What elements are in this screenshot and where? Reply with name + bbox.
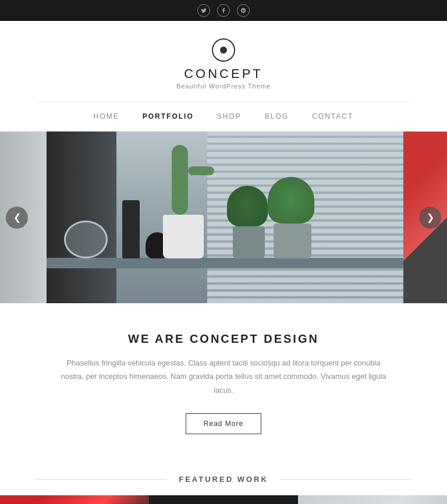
featured-line-right <box>280 479 412 480</box>
featured-grid: & <box>0 495 447 504</box>
twitter-icon[interactable] <box>197 4 210 17</box>
site-header: CONCEPT Beautiful WordPress Theme <box>0 21 447 101</box>
metal-pot-2 <box>274 223 311 258</box>
read-more-button[interactable]: Read More <box>186 413 261 434</box>
logo-icon <box>212 38 235 62</box>
white-cup <box>163 215 204 258</box>
pinterest-icon[interactable] <box>237 4 250 17</box>
green-plant-2 <box>268 177 314 223</box>
nav-shop[interactable]: SHOP <box>217 112 242 120</box>
cactus-arm <box>188 166 214 175</box>
nav-portfolio[interactable]: PORTFOLIO <box>143 112 194 120</box>
featured-line-left <box>35 479 167 480</box>
top-bar <box>0 0 447 21</box>
nav-blog[interactable]: BLOG <box>265 112 289 120</box>
metal-pot-1 <box>233 226 265 258</box>
site-tagline: Beautiful WordPress Theme <box>176 83 271 90</box>
dark-bottle <box>122 200 140 258</box>
dark-background <box>47 132 116 303</box>
slider-next-button[interactable]: ❯ <box>419 207 441 229</box>
hero-slider: ❮ ❯ <box>0 132 447 303</box>
about-title: WE ARE CONCEPT DESIGN <box>47 332 400 346</box>
featured-item-3[interactable] <box>298 495 447 504</box>
glass-bowl <box>64 221 108 258</box>
nav-contact[interactable]: CONTACT <box>312 112 353 120</box>
about-body: Phasellus fringilla vehicula egestas. Cl… <box>55 356 392 397</box>
slider-main-image <box>47 132 403 303</box>
featured-item-1[interactable] <box>0 495 149 504</box>
featured-title: FEATURED WORK <box>179 475 268 484</box>
logo-dot <box>220 47 227 54</box>
slider-prev-button[interactable]: ❮ <box>6 207 28 229</box>
facebook-icon[interactable] <box>217 4 230 17</box>
shelf <box>47 258 403 268</box>
about-section: WE ARE CONCEPT DESIGN Phasellus fringill… <box>0 303 447 457</box>
nav-home[interactable]: HOME <box>94 112 119 120</box>
site-title: CONCEPT <box>184 66 263 81</box>
featured-section: FEATURED WORK & <box>0 457 447 504</box>
featured-item-2[interactable]: & <box>149 495 298 504</box>
featured-header: FEATURED WORK <box>0 475 447 484</box>
green-plant-1 <box>227 186 268 226</box>
main-nav: HOME PORTFOLIO SHOP BLOG CONTACT <box>35 101 412 132</box>
cactus-main <box>172 145 188 215</box>
